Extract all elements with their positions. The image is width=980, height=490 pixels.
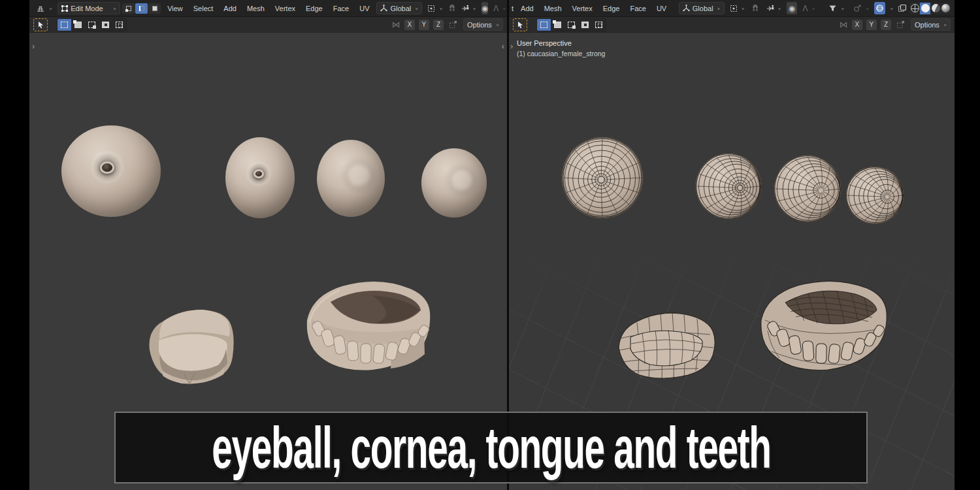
magnet-icon: [751, 4, 759, 12]
select-mode-invert-button[interactable]: [99, 19, 112, 31]
snap-with-icon: [461, 5, 469, 12]
pivot-dropdown[interactable]: ∨: [726, 2, 749, 14]
snap-magnet-toggle[interactable]: [750, 2, 761, 14]
magnet-icon: [448, 4, 456, 12]
menu-mesh[interactable]: Mesh: [242, 1, 269, 16]
overlays-toggle[interactable]: [874, 2, 885, 14]
toolbar-expand-arrow[interactable]: ›: [32, 42, 35, 50]
mirror-y-button[interactable]: Y: [419, 20, 429, 30]
chevron-down-icon: ∨: [811, 7, 815, 10]
mirror-x-button[interactable]: X: [852, 20, 862, 30]
select-set-icon: [540, 22, 547, 28]
snap-magnet-toggle[interactable]: [448, 2, 456, 14]
editor-type-button[interactable]: ∨: [32, 2, 56, 14]
chevron-down-icon: ∨: [866, 7, 869, 10]
cornea-mesh-1[interactable]: [317, 140, 385, 217]
menu-edge[interactable]: Edge: [301, 1, 327, 16]
mirror-z-button[interactable]: Z: [881, 20, 891, 30]
active-tool-button[interactable]: [33, 18, 48, 31]
select-mode-subtract-button[interactable]: [85, 19, 99, 31]
mirror-x-button[interactable]: X: [404, 20, 415, 30]
cornea-mesh-2[interactable]: [421, 148, 487, 218]
menu-select-cut[interactable]: t: [512, 1, 515, 16]
select-box-mode-group: [536, 18, 606, 31]
falloff-dropdown[interactable]: Λ ∨: [798, 2, 819, 14]
face-select-button[interactable]: [148, 3, 161, 14]
wireframe-shading-icon: [911, 4, 919, 12]
edit-mode-icon: [61, 5, 68, 12]
shading-rendered-button[interactable]: [941, 3, 951, 14]
menu-face[interactable]: Face: [329, 1, 353, 16]
teeth-mesh-wire[interactable]: [748, 268, 892, 383]
select-mode-extend-button[interactable]: [71, 19, 85, 31]
eyeball-wire-2[interactable]: [696, 154, 761, 219]
shading-material-button[interactable]: [930, 3, 941, 14]
mirror-icon[interactable]: ⋈: [840, 20, 848, 29]
menu-vertex[interactable]: Vertex: [568, 1, 597, 16]
visibility-filter-dropdown[interactable]: ∨: [825, 2, 848, 14]
mirror-icon[interactable]: ⋈: [392, 20, 400, 29]
menu-edge[interactable]: Edge: [598, 1, 625, 16]
orientation-label: Global: [390, 5, 411, 12]
select-mode-extend-button[interactable]: [551, 19, 564, 31]
falloff-dropdown[interactable]: Λ ∨: [489, 2, 507, 14]
select-mode-set-button[interactable]: [537, 19, 551, 31]
snap-base-button[interactable]: [446, 18, 461, 31]
gizmos-dropdown[interactable]: ∨: [849, 2, 873, 14]
snap-settings-dropdown[interactable]: ∨: [762, 2, 785, 14]
eyeball-wire-1[interactable]: [562, 137, 643, 218]
vertex-select-button[interactable]: [122, 3, 135, 14]
tongue-mesh-wire[interactable]: [611, 301, 721, 388]
cornea-wire-1[interactable]: [774, 155, 841, 222]
pivot-point-icon: [730, 5, 738, 12]
teeth-mesh-shaded[interactable]: [294, 269, 433, 379]
options-dropdown[interactable]: Options ∨: [911, 18, 951, 31]
select-mode-set-button[interactable]: [57, 19, 71, 31]
mirror-z-button[interactable]: Z: [433, 20, 444, 30]
proportional-editing-toggle[interactable]: ◉: [787, 2, 798, 14]
mode-dropdown[interactable]: Edit Mode ∨: [57, 2, 120, 14]
pivot-dropdown[interactable]: ∨: [423, 2, 446, 14]
menu-uv[interactable]: UV: [652, 1, 671, 16]
options-dropdown[interactable]: Options ∨: [463, 18, 503, 31]
eyeball-mesh-2[interactable]: [225, 137, 295, 218]
menu-vertex[interactable]: Vertex: [270, 1, 300, 16]
shading-wireframe-button[interactable]: [909, 3, 920, 14]
orientation-dropdown[interactable]: Global ∨: [679, 2, 725, 14]
mirror-y-button[interactable]: Y: [866, 20, 877, 30]
active-tool-button[interactable]: [513, 18, 527, 31]
xray-toggle[interactable]: [896, 2, 907, 14]
select-mode-intersect-button[interactable]: [112, 19, 126, 31]
menu-mesh[interactable]: Mesh: [540, 1, 566, 16]
menu-select[interactable]: Select: [189, 1, 218, 16]
pivot-point-icon: [427, 5, 435, 12]
chevron-down-icon: ∨: [113, 7, 116, 10]
orientation-dropdown[interactable]: Global ∨: [376, 2, 422, 14]
menu-uv[interactable]: UV: [355, 1, 374, 16]
eyeball-mesh-1[interactable]: [61, 125, 161, 217]
tongue-mesh-shaded[interactable]: [140, 299, 238, 391]
menu-view[interactable]: View: [163, 1, 188, 16]
shading-solid-button[interactable]: [920, 3, 930, 14]
options-label: Options: [915, 21, 939, 29]
sidebar-expand-arrow[interactable]: ‹: [502, 42, 504, 50]
chevron-down-icon: ∨: [778, 7, 781, 10]
filter-funnel-icon: [828, 5, 837, 12]
select-mode-intersect-button[interactable]: [592, 19, 606, 31]
proportional-editing-icon: ◉: [789, 5, 795, 12]
menu-face[interactable]: Face: [625, 1, 650, 16]
proportional-editing-toggle[interactable]: ◉: [482, 2, 488, 14]
select-subtract-icon: [568, 22, 575, 28]
cornea-wire-2[interactable]: [846, 167, 904, 224]
overlays-dropdown[interactable]: ∨: [887, 2, 895, 14]
toolbar-expand-arrow[interactable]: ›: [510, 42, 513, 50]
select-invert-icon: [102, 22, 109, 28]
snap-settings-dropdown[interactable]: ∨: [457, 2, 480, 14]
select-mode-invert-button[interactable]: [578, 19, 592, 31]
menu-add[interactable]: Add: [219, 1, 241, 16]
menu-add[interactable]: Add: [516, 1, 538, 16]
snap-base-button[interactable]: [894, 18, 908, 31]
viewport-editor-icon: [36, 4, 45, 12]
select-mode-subtract-button[interactable]: [564, 19, 578, 31]
edge-select-button[interactable]: [135, 3, 148, 14]
